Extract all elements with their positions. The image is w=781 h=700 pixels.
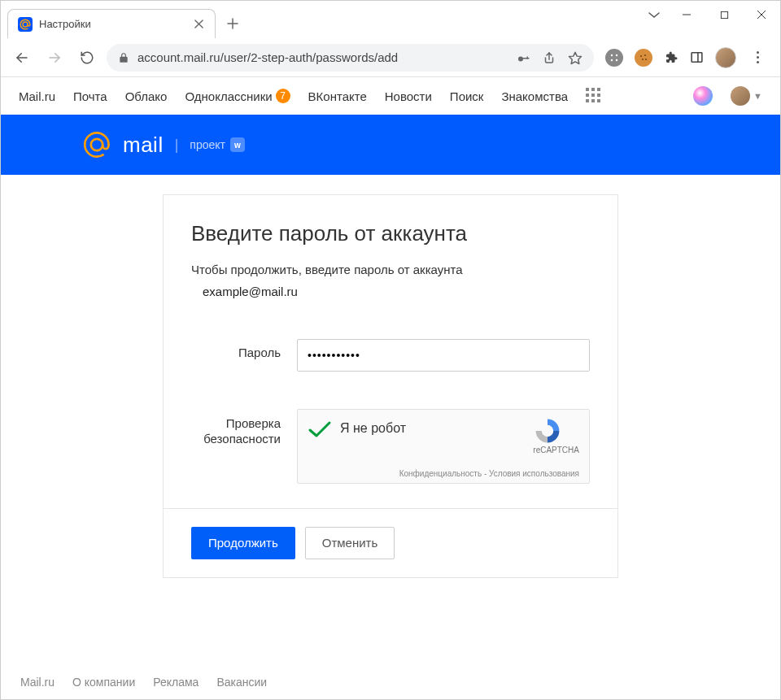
svg-point-22 — [645, 59, 647, 60]
svg-point-18 — [616, 59, 617, 60]
svg-point-16 — [616, 54, 617, 55]
svg-rect-12 — [522, 58, 530, 59]
extensions-puzzle-icon[interactable] — [664, 50, 678, 65]
svg-rect-6 — [721, 11, 727, 18]
footer-link-ads[interactable]: Реклама — [153, 676, 199, 689]
sitenav-cloud[interactable]: Облако — [125, 89, 168, 103]
password-input[interactable] — [297, 339, 590, 372]
caret-down-icon: ▼ — [753, 91, 762, 101]
svg-point-17 — [611, 59, 613, 60]
page-title: Введите пароль от аккаунта — [191, 221, 590, 246]
browser-tab[interactable]: Настройки — [7, 9, 216, 38]
sitenav-dating[interactable]: Знакомства — [501, 89, 568, 103]
key-icon[interactable] — [516, 50, 530, 65]
password-label: Пароль — [191, 339, 297, 359]
tab-search-chevron-icon[interactable] — [640, 1, 668, 28]
ok-badge: 7 — [276, 89, 290, 103]
forward-button — [41, 45, 68, 71]
svg-point-25 — [91, 139, 103, 150]
lock-icon — [118, 52, 129, 63]
continue-button[interactable]: Продолжить — [191, 527, 295, 559]
mail-at-logo — [82, 130, 111, 159]
sitenav-mailru[interactable]: Mail.ru — [19, 89, 55, 103]
address-bar[interactable]: account.mail.ru/user/2-step-auth/passwor… — [107, 44, 594, 72]
side-panel-icon[interactable] — [690, 50, 704, 64]
brand-divider: | — [175, 137, 179, 154]
svg-point-19 — [640, 55, 642, 57]
recaptcha-brand: reCAPTCHA — [533, 446, 579, 454]
svg-point-21 — [642, 59, 644, 60]
profile-avatar[interactable] — [715, 47, 736, 68]
cancel-button[interactable]: Отменить — [305, 527, 395, 559]
account-menu[interactable]: ▼ — [731, 86, 762, 106]
sitenav-label: Одноклассники — [185, 89, 272, 103]
close-tab-icon[interactable] — [192, 18, 205, 31]
theme-circle-icon[interactable] — [693, 86, 713, 106]
security-check-label: Проверкабезопасности — [191, 409, 297, 447]
sitenav-mail[interactable]: Почта — [73, 89, 107, 103]
svg-point-15 — [611, 54, 613, 55]
password-card: Введите пароль от аккаунта Чтобы продолж… — [163, 194, 618, 578]
svg-point-20 — [644, 54, 646, 56]
recaptcha-widget[interactable]: Я не робот reCAPTCHA Конфиденциальность … — [297, 409, 590, 484]
back-button[interactable] — [9, 45, 35, 71]
sitenav-search[interactable]: Поиск — [450, 89, 484, 103]
mail-favicon — [18, 17, 33, 32]
footer-link-about[interactable]: О компании — [72, 676, 135, 689]
brand-project: проект w — [190, 137, 245, 152]
footer-link-mailru[interactable]: Mail.ru — [20, 676, 55, 689]
recaptcha-checkmark-icon — [308, 420, 332, 439]
sitenav-vk[interactable]: ВКонтакте — [308, 89, 367, 103]
new-tab-button[interactable] — [220, 11, 245, 36]
svg-rect-23 — [692, 53, 702, 62]
footer-link-jobs[interactable]: Вакансии — [216, 676, 267, 689]
brand-bar: mail | проект w — [1, 115, 780, 175]
svg-point-0 — [23, 22, 28, 27]
url-text: account.mail.ru/user/2-step-auth/passwor… — [137, 50, 508, 64]
close-window-button[interactable] — [743, 1, 780, 28]
share-icon[interactable] — [542, 50, 556, 65]
recaptcha-logo-icon — [533, 416, 562, 446]
sitenav-news[interactable]: Новости — [385, 89, 432, 103]
extension-cookie-icon[interactable] — [635, 49, 652, 67]
vk-badge-icon: w — [230, 137, 245, 152]
minimize-button[interactable] — [668, 1, 705, 28]
extension-circle-icon[interactable] — [605, 49, 623, 67]
apps-grid-icon[interactable] — [586, 88, 602, 104]
svg-marker-14 — [569, 52, 582, 63]
star-icon[interactable] — [568, 50, 582, 65]
account-email: example@mail.ru — [191, 285, 590, 298]
recaptcha-text: Я не робот — [340, 421, 406, 436]
sitenav-odnoklassniki[interactable]: Одноклассники 7 — [185, 89, 290, 103]
browser-menu-button[interactable] — [748, 48, 767, 67]
page-subtitle: Чтобы продолжить, введите пароль от акка… — [191, 261, 590, 280]
recaptcha-links[interactable]: Конфиденциальность - Условия использован… — [399, 469, 579, 478]
svg-rect-13 — [527, 56, 529, 59]
brand-word: mail — [123, 133, 164, 158]
reload-button[interactable] — [74, 45, 100, 71]
tab-title: Настройки — [39, 18, 185, 30]
maximize-button[interactable] — [705, 1, 743, 28]
mini-avatar — [731, 86, 750, 106]
